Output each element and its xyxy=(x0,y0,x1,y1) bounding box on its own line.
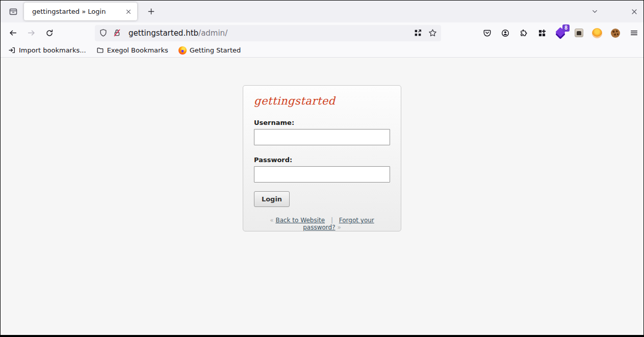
window-close-button[interactable] xyxy=(627,5,641,19)
login-card: gettingstarted Username: Password: Login… xyxy=(243,85,401,231)
shield-icon[interactable] xyxy=(99,29,108,37)
reload-button[interactable] xyxy=(41,25,58,41)
cookie-editor-extension-button[interactable] xyxy=(607,25,624,41)
import-icon xyxy=(8,46,16,54)
hamburger-icon xyxy=(630,29,638,37)
tab-title: gettingstarted » Login xyxy=(32,8,123,15)
list-all-tabs-button[interactable] xyxy=(587,5,602,19)
toolbar-actions: 8 xyxy=(479,25,642,41)
url-host: gettingstarted.htb xyxy=(128,29,198,38)
back-button[interactable] xyxy=(5,25,21,41)
account-icon xyxy=(501,29,510,38)
firefox-logo-icon xyxy=(178,46,187,55)
chevron-down-icon xyxy=(591,8,599,15)
plus-icon xyxy=(147,8,155,15)
username-input[interactable] xyxy=(254,129,390,145)
menu-button[interactable] xyxy=(626,25,642,41)
login-links: « Back to Website | Forgot your password… xyxy=(254,217,390,231)
bookmark-getting-started-label: Getting Started xyxy=(190,46,241,54)
cookie-icon xyxy=(611,29,620,38)
password-label: Password: xyxy=(254,156,390,164)
bookmarks-toolbar: Import bookmarks... Exegol Bookmarks Get… xyxy=(1,43,643,58)
wappalyzer-badge: 8 xyxy=(562,24,570,32)
wappalyzer-extension-button[interactable]: 8 xyxy=(552,25,569,41)
url-path: /admin/ xyxy=(198,29,227,38)
bookmark-getting-started[interactable]: Getting Started xyxy=(175,45,245,56)
firefox-view-button[interactable] xyxy=(5,4,21,20)
bookmark-import[interactable]: Import bookmarks... xyxy=(5,45,90,56)
insecure-lock-icon[interactable] xyxy=(113,29,121,37)
tab-close-button[interactable] xyxy=(123,6,134,17)
site-title: gettingstarted xyxy=(254,95,390,107)
account-button[interactable] xyxy=(497,25,513,41)
new-tab-button[interactable] xyxy=(143,4,159,20)
folder-icon xyxy=(96,46,104,54)
nav-buttons xyxy=(1,25,58,41)
foxyproxy-extension-button[interactable] xyxy=(589,25,605,41)
browser-window: gettingstarted » Login xyxy=(0,0,644,337)
page-grid-arrow-icon[interactable] xyxy=(414,29,422,37)
url-text[interactable]: gettingstarted.htb/admin/ xyxy=(128,29,414,38)
page-content: gettingstarted Username: Password: Login… xyxy=(1,58,643,335)
reload-icon xyxy=(45,29,54,37)
bookmark-folder-exegol[interactable]: Exegol Bookmarks xyxy=(93,45,172,56)
close-icon xyxy=(631,8,638,15)
tab-strip: gettingstarted » Login xyxy=(1,1,643,22)
tab-gettingstarted-login[interactable]: gettingstarted » Login xyxy=(24,3,137,20)
links-separator: | xyxy=(331,217,333,224)
pocket-icon xyxy=(483,29,492,37)
pocket-button[interactable] xyxy=(479,25,495,41)
password-input[interactable] xyxy=(254,166,390,183)
back-to-website-link[interactable]: Back to Website xyxy=(275,217,325,224)
foxyproxy-icon xyxy=(592,28,602,38)
unknown-extension-icon xyxy=(575,29,583,37)
unknown-extension-button[interactable] xyxy=(571,25,587,41)
back-icon xyxy=(9,29,17,37)
login-button[interactable]: Login xyxy=(254,191,290,207)
bookmark-folder-label: Exegol Bookmarks xyxy=(107,46,168,54)
grid-plus-extension-button[interactable] xyxy=(534,25,550,41)
extensions-button[interactable] xyxy=(516,25,532,41)
navigation-toolbar: gettingstarted.htb/admin/ xyxy=(1,22,643,43)
raquo-mark: » xyxy=(337,224,341,231)
forward-button[interactable] xyxy=(23,25,39,41)
grid-plus-icon xyxy=(537,29,547,38)
username-label: Username: xyxy=(254,119,390,126)
forward-icon xyxy=(27,29,36,37)
bookmark-star-icon[interactable] xyxy=(428,29,437,37)
firefox-view-icon xyxy=(9,7,18,16)
url-bar[interactable]: gettingstarted.htb/admin/ xyxy=(95,25,441,41)
bookmark-import-label: Import bookmarks... xyxy=(19,46,86,54)
urlbar-page-actions xyxy=(414,29,437,37)
puzzle-icon xyxy=(520,29,528,37)
laquo-mark: « xyxy=(270,217,273,224)
